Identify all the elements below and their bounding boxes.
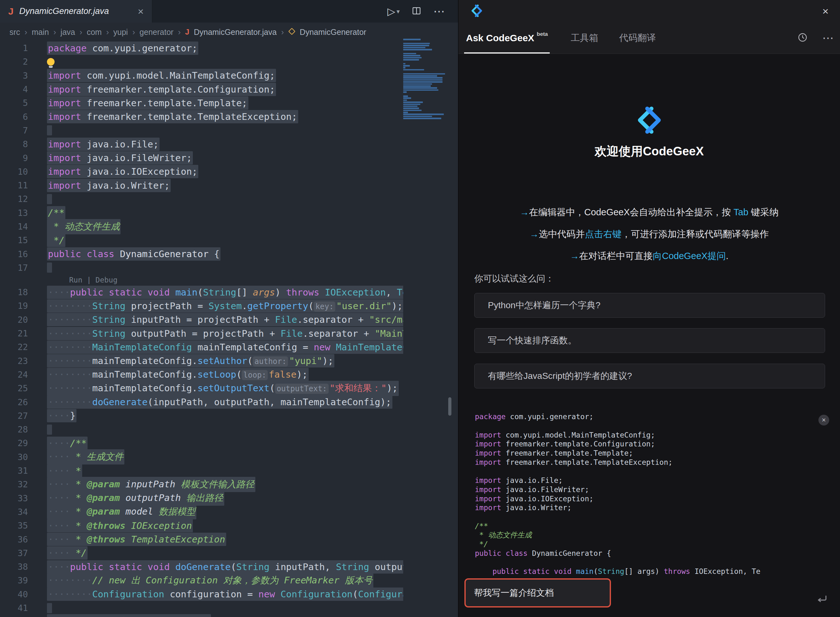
code-line: 23········mainTemplateConfig.setAuthor(a… [0, 354, 403, 368]
code-token: import [475, 458, 501, 466]
codelens-run-debug[interactable]: Run | Debug [69, 276, 117, 284]
breadcrumb-item[interactable]: main [32, 28, 49, 37]
history-icon[interactable] [797, 32, 807, 44]
code-token: 输出路径 [186, 492, 223, 503]
code-token: String [236, 561, 270, 572]
code-token: freemarker.template.Configuration; [81, 84, 275, 95]
breadcrumb-file[interactable]: DynamicGenerator.java [194, 28, 277, 37]
code-token: } [70, 410, 75, 421]
code-token: , [386, 287, 397, 298]
code-line: 25········mainTemplateConfig.setOutputTe… [0, 381, 403, 395]
send-icon[interactable] [816, 593, 828, 605]
tab-close-icon[interactable]: × [138, 6, 144, 16]
code-token: @param [87, 479, 120, 490]
chat-input[interactable]: 帮我写一篇介绍文档 [464, 578, 611, 608]
minimap-bar [403, 106, 417, 107]
editor-actions: ▷ ▾ ⋯ [387, 0, 458, 22]
line-content: /** [47, 206, 65, 219]
line-number: 6 [0, 112, 28, 122]
breadcrumb-item[interactable]: src [9, 28, 20, 37]
breadcrumb-item[interactable]: generator [140, 28, 173, 37]
line-number: 20 [0, 315, 28, 325]
code-line: 34···· * @param model 数据模型 [0, 505, 403, 519]
panel-close-icon[interactable]: × [822, 5, 828, 18]
code-line: 33···· * @param outputPath 输出路径 [0, 492, 403, 505]
line-number: 10 [0, 167, 28, 177]
chevron-down-icon[interactable]: ▾ [396, 7, 400, 15]
breadcrumb-item[interactable]: java [61, 28, 75, 37]
minimap-bar [403, 43, 430, 44]
tab-dynamicgenerator-java[interactable]: J DynamicGenerator.java × [0, 0, 152, 22]
code-token: throws [286, 287, 319, 298]
sash-handle[interactable] [448, 397, 451, 416]
line-content: * 动态文件生成 [47, 219, 121, 234]
code-token: import [475, 431, 501, 439]
code-editor[interactable]: 1package com.yupi.generator;23import com… [0, 41, 403, 617]
code-token: doGenerate [175, 561, 231, 572]
code-token: ( [236, 369, 242, 380]
tab-code-translate[interactable]: 代码翻译 [619, 32, 656, 44]
code-preview-close-icon[interactable]: × [818, 415, 829, 425]
minimap[interactable] [403, 39, 445, 122]
code-line: 42········// 指定模板文件所在的路径 [0, 615, 403, 617]
code-line: 32···· * @param inputPath 模板文件输入路径 [0, 477, 403, 491]
breadcrumb-item[interactable]: com [87, 28, 102, 37]
line-content: ···· * @throws IOException [47, 519, 193, 532]
code-token: args [253, 287, 275, 298]
code-token: . [242, 301, 247, 311]
panel-more-icon[interactable]: ⋯ [822, 31, 834, 45]
code-token: model [120, 506, 158, 517]
line-content: import java.io.IOException; [47, 165, 198, 178]
minimap-bar [403, 96, 408, 97]
line-number: 35 [0, 521, 28, 530]
selection-highlight: ········String projectPath = System.getP… [47, 299, 403, 313]
code-token: IOException [125, 520, 192, 531]
code-line: 21········String outputPath = projectPat… [0, 326, 403, 340]
code-token: ···· [48, 479, 70, 490]
code-token: import [48, 152, 81, 163]
code-token: */ [70, 548, 87, 558]
code-token: ········ [48, 314, 92, 325]
code-token: ···· [48, 465, 70, 476]
suggestion-prompt[interactable]: 写一个快速排序函数。 [474, 328, 825, 353]
breadcrumb[interactable]: src›main›java›com›yupi›generator›JDynami… [0, 22, 458, 41]
code-token: File [275, 314, 297, 325]
line-number: 12 [0, 194, 28, 204]
code-line: 17 [0, 261, 403, 275]
welcome-bullet: →在编辑器中，CodeGeeX会自动给出补全提示，按 Tab 键采纳 [458, 201, 840, 223]
code-token: freemarker.template.Template; [501, 449, 633, 457]
line-number: 5 [0, 98, 28, 108]
suggestion-prompt[interactable]: Python中怎样遍历一个字典? [474, 293, 825, 318]
code-line: 16public class DynamicGenerator { [0, 247, 403, 261]
code-line: 14 * 动态文件生成 [0, 220, 403, 233]
lightbulb-icon[interactable] [47, 58, 55, 66]
line-number: 28 [0, 425, 28, 434]
code-token: ); [392, 301, 403, 311]
tab-toolbox[interactable]: 工具箱 [571, 32, 598, 44]
code-token [549, 567, 554, 576]
suggestion-prompt[interactable]: 有哪些给JavaScript的初学者的建议? [474, 364, 825, 388]
code-token: * 动态文件生成 [475, 530, 532, 540]
preview-code-line [475, 512, 827, 521]
line-number: 38 [0, 562, 28, 572]
breadcrumb-item[interactable]: yupi [113, 28, 128, 37]
code-token: .separator + [297, 314, 369, 325]
selection-highlight: ····public static void main(String[] arg… [47, 286, 403, 299]
code-token: import [475, 440, 501, 448]
preview-code-line: import java.io.FileWriter; [475, 485, 827, 494]
bullet-text: 选中代码并 [539, 229, 585, 239]
breadcrumb-symbol[interactable]: DynamicGenerator [300, 28, 367, 37]
split-editor-icon[interactable] [412, 6, 421, 17]
selection-highlight [47, 425, 52, 435]
line-content: ····public static void main(String[] arg… [47, 286, 403, 299]
breadcrumb-separator: › [80, 27, 83, 37]
welcome-title: 欢迎使用CodeGeeX [458, 143, 840, 159]
code-token: String [203, 287, 236, 298]
tab-title: DynamicGenerator.java [19, 6, 132, 16]
code-token: freemarker.template.Configuration; [501, 440, 655, 448]
run-button[interactable]: ▷ ▾ [387, 5, 400, 18]
editor-more-icon[interactable]: ⋯ [433, 5, 445, 18]
code-token: author: [253, 356, 288, 366]
tab-ask-codegeex[interactable]: Ask CodeGeeX beta [464, 22, 550, 53]
line-number: 33 [0, 493, 28, 503]
